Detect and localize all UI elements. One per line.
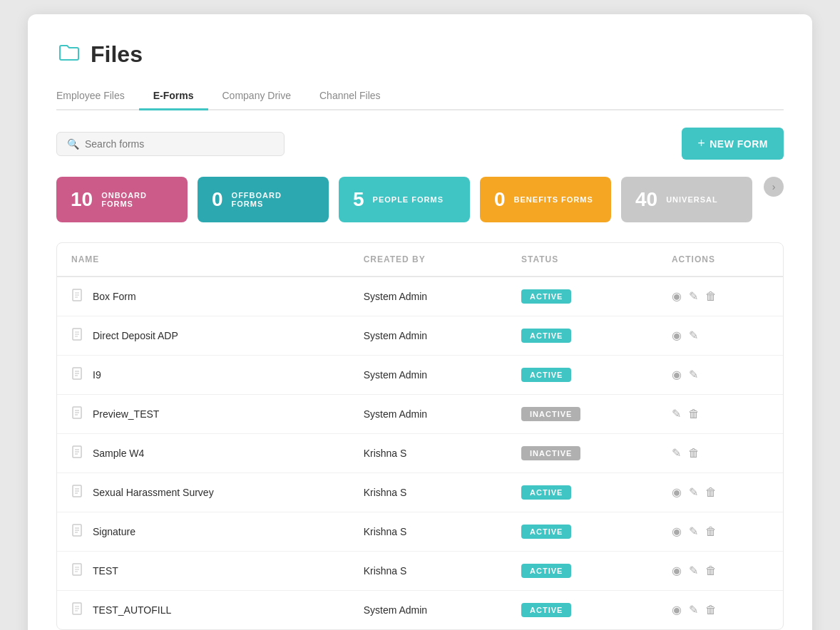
cell-status: ACTIVE — [507, 316, 657, 356]
cell-name: Sample W4 — [57, 434, 349, 473]
cell-created-by: Krishna S — [349, 512, 507, 552]
delete-icon[interactable]: 🗑 — [705, 565, 717, 577]
edit-icon[interactable]: ✎ — [689, 604, 698, 616]
new-form-label: NEW FORM — [710, 138, 768, 150]
cell-status: INACTIVE — [507, 395, 657, 434]
edit-icon[interactable]: ✎ — [689, 526, 698, 537]
view-icon[interactable]: ◉ — [672, 369, 682, 381]
folder-icon — [56, 40, 82, 68]
table-row: Preview_TEST System Admin INACTIVE ✎🗑 — [57, 395, 783, 434]
table-row: Sample W4 Krishna S INACTIVE ✎🗑 — [57, 434, 783, 473]
tab-company-drive[interactable]: Company Drive — [208, 83, 305, 110]
edit-icon[interactable]: ✎ — [672, 408, 681, 420]
form-name: TEST — [93, 565, 118, 577]
document-icon — [71, 289, 84, 304]
form-name: Preview_TEST — [93, 408, 159, 420]
form-name: Sexual Harassment Survey — [93, 487, 214, 498]
delete-icon[interactable]: 🗑 — [705, 604, 717, 616]
tab-channel-files[interactable]: Channel Files — [305, 83, 395, 110]
document-icon — [71, 602, 84, 618]
tabs-nav: Employee Files E-Forms Company Drive Cha… — [56, 83, 784, 110]
tab-e-forms[interactable]: E-Forms — [139, 83, 208, 110]
status-badge: ACTIVE — [521, 603, 571, 617]
universal-count: 40 — [635, 188, 657, 211]
forms-table-container: NAME CREATED BY STATUS ACTIONS — [56, 242, 784, 630]
cell-actions: ◉✎🗑 — [657, 591, 783, 630]
forms-table: NAME CREATED BY STATUS ACTIONS — [57, 243, 783, 629]
search-icon: 🔍 — [67, 138, 79, 150]
form-name: Box Form — [93, 291, 136, 302]
cell-status: INACTIVE — [507, 434, 657, 473]
stat-card-universal[interactable]: 40 UNIVERSAL — [621, 177, 752, 222]
stat-card-onboard[interactable]: 10 ONBOARD FORMS — [56, 177, 188, 222]
new-form-button[interactable]: + NEW FORM — [682, 128, 784, 160]
view-icon[interactable]: ◉ — [672, 330, 682, 341]
form-name: TEST_AUTOFILL — [93, 604, 171, 616]
form-name: Signature — [93, 526, 135, 537]
status-badge: ACTIVE — [521, 329, 571, 343]
edit-icon[interactable]: ✎ — [672, 448, 681, 459]
cell-name: Preview_TEST — [57, 395, 349, 434]
edit-icon[interactable]: ✎ — [689, 565, 698, 577]
form-name: Sample W4 — [93, 448, 144, 459]
col-created-by: CREATED BY — [349, 243, 507, 277]
delete-icon[interactable]: 🗑 — [705, 291, 717, 302]
stat-card-benefits[interactable]: 0 BENEFITS FORMS — [480, 177, 611, 222]
cell-actions: ✎🗑 — [657, 434, 783, 473]
cell-created-by: Krishna S — [349, 473, 507, 512]
cell-status: ACTIVE — [507, 356, 657, 395]
chevron-right-icon: › — [772, 181, 776, 192]
delete-icon[interactable]: 🗑 — [688, 408, 700, 420]
cell-created-by: Krishna S — [349, 434, 507, 473]
stat-cards: 10 ONBOARD FORMS 0 OFFBOARD FORMS 5 PEOP… — [56, 177, 784, 222]
table-row: Direct Deposit ADP System Admin ACTIVE ◉… — [57, 316, 783, 356]
cell-created-by: System Admin — [349, 591, 507, 630]
delete-icon[interactable]: 🗑 — [705, 487, 717, 498]
view-icon[interactable]: ◉ — [672, 565, 682, 577]
page-header: Files — [56, 40, 784, 68]
table-row: TEST Krishna S ACTIVE ◉✎🗑 — [57, 552, 783, 591]
stat-card-people[interactable]: 5 PEOPLE FORMS — [339, 177, 470, 222]
benefits-count: 0 — [494, 188, 506, 211]
delete-icon[interactable]: 🗑 — [705, 526, 717, 537]
cell-actions: ◉✎🗑 — [657, 552, 783, 591]
col-name: NAME — [57, 243, 349, 277]
edit-icon[interactable]: ✎ — [689, 487, 698, 498]
table-row: Sexual Harassment Survey Krishna S ACTIV… — [57, 473, 783, 512]
cell-name: Box Form — [57, 277, 349, 316]
offboard-label: OFFBOARD FORMS — [232, 191, 314, 208]
view-icon[interactable]: ◉ — [672, 487, 682, 498]
stat-card-offboard[interactable]: 0 OFFBOARD FORMS — [198, 177, 329, 222]
cell-status: ACTIVE — [507, 512, 657, 552]
cell-name: Direct Deposit ADP — [57, 316, 349, 356]
offboard-count: 0 — [212, 188, 223, 211]
benefits-label: BENEFITS FORMS — [514, 195, 593, 204]
cell-created-by: System Admin — [349, 356, 507, 395]
cell-created-by: System Admin — [349, 277, 507, 316]
plus-icon: + — [697, 136, 705, 151]
view-icon[interactable]: ◉ — [672, 526, 682, 537]
status-badge: ACTIVE — [521, 368, 571, 382]
view-icon[interactable]: ◉ — [672, 291, 682, 302]
document-icon — [71, 524, 84, 539]
stat-cards-next-button[interactable]: › — [764, 177, 784, 197]
delete-icon[interactable]: 🗑 — [688, 448, 700, 459]
edit-icon[interactable]: ✎ — [689, 369, 698, 381]
cell-name: TEST_AUTOFILL — [57, 591, 349, 630]
cell-created-by: System Admin — [349, 395, 507, 434]
people-label: PEOPLE FORMS — [373, 195, 444, 204]
page-title: Files — [91, 41, 143, 68]
edit-icon[interactable]: ✎ — [689, 291, 698, 302]
main-card: Files Employee Files E-Forms Company Dri… — [28, 14, 812, 630]
tab-employee-files[interactable]: Employee Files — [56, 83, 139, 110]
form-name: I9 — [93, 369, 101, 381]
search-input[interactable] — [85, 138, 274, 150]
cell-actions: ✎🗑 — [657, 395, 783, 434]
onboard-label: ONBOARD FORMS — [101, 191, 173, 208]
status-badge: INACTIVE — [521, 446, 580, 460]
edit-icon[interactable]: ✎ — [689, 330, 698, 341]
document-icon — [71, 563, 84, 579]
view-icon[interactable]: ◉ — [672, 604, 682, 616]
people-count: 5 — [353, 188, 364, 211]
table-header-row: NAME CREATED BY STATUS ACTIONS — [57, 243, 783, 277]
